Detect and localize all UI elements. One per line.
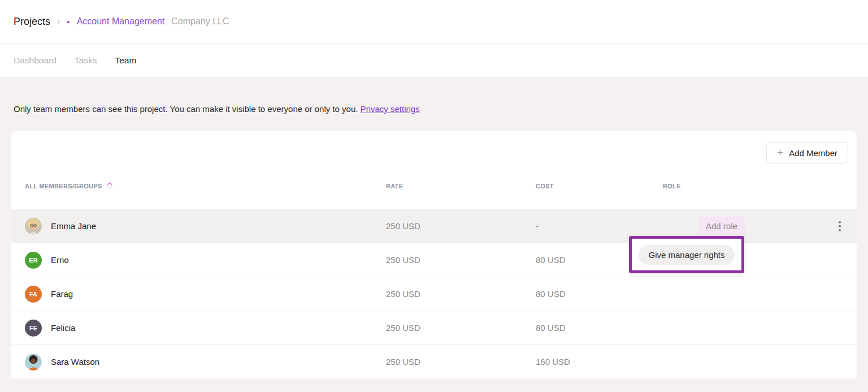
avatar: FA <box>25 286 42 303</box>
tab-tasks[interactable]: Tasks <box>75 55 97 66</box>
tab-team[interactable]: Team <box>115 55 136 66</box>
give-manager-rights-button[interactable]: Give manager rights <box>639 245 734 265</box>
breadcrumb: Projects › • Account Management Company … <box>14 16 229 28</box>
member-cost: 160 USD <box>536 357 663 367</box>
privacy-settings-link[interactable]: Privacy settings <box>361 104 420 114</box>
avatar: FE <box>25 320 42 337</box>
kebab-menu-icon[interactable] <box>836 219 843 234</box>
plus-icon: + <box>777 147 783 158</box>
avatar <box>25 218 42 235</box>
member-cost: - <box>536 221 663 231</box>
table-row[interactable]: FA Farag 250 USD 80 USD <box>11 277 857 311</box>
add-member-label: Add Member <box>789 148 837 158</box>
table-row[interactable]: Sara Watson 250 USD 160 USD <box>11 344 857 378</box>
member-name: Felicia <box>51 323 75 333</box>
column-header-members[interactable]: ALL MEMBERS/GROUPS <box>25 183 386 189</box>
avatar <box>25 354 42 371</box>
add-role-badge[interactable]: Add role <box>698 217 745 235</box>
member-rate: 250 USD <box>386 289 536 299</box>
breadcrumb-company-name: Company LLC <box>171 16 229 27</box>
chevron-right-icon: › <box>57 16 60 27</box>
sort-icon[interactable] <box>107 182 112 189</box>
member-name: Emma Jane <box>51 221 96 231</box>
member-rate: 250 USD <box>386 255 536 265</box>
privacy-notice: Only team members can see this project. … <box>0 77 868 114</box>
card-toolbar: + Add Member <box>11 131 857 163</box>
member-name: Erno <box>51 255 69 265</box>
team-members-card: + Add Member ALL MEMBERS/GROUPS RATE COS… <box>11 131 857 377</box>
member-rate: 250 USD <box>386 221 536 231</box>
column-header-cost: COST <box>536 183 663 189</box>
column-header-rate: RATE <box>386 183 536 189</box>
column-header-role: ROLE <box>663 183 823 189</box>
avatar-photo <box>25 354 42 371</box>
member-rate: 250 USD <box>386 357 536 367</box>
avatar-photo <box>25 218 42 235</box>
breadcrumb-projects[interactable]: Projects <box>14 16 50 28</box>
member-cost: 80 USD <box>536 323 663 333</box>
breadcrumb-project-name[interactable]: Account Management <box>77 16 165 27</box>
tab-dashboard[interactable]: Dashboard <box>14 55 57 66</box>
member-name: Farag <box>51 289 73 299</box>
table-header-row: ALL MEMBERS/GROUPS RATE COST ROLE <box>11 163 857 209</box>
avatar: ER <box>25 252 42 269</box>
project-color-dot-icon: • <box>67 18 70 26</box>
add-member-button[interactable]: + Add Member <box>766 142 848 163</box>
table-row[interactable]: FE Felicia 250 USD 80 USD <box>11 311 857 344</box>
privacy-notice-text: Only team members can see this project. … <box>14 104 358 114</box>
annotation-highlight-box: Give manager rights <box>629 236 744 273</box>
member-name: Sara Watson <box>51 357 99 367</box>
member-rate: 250 USD <box>386 323 536 333</box>
tab-bar: Dashboard Tasks Team <box>0 44 868 77</box>
member-cost: 80 USD <box>536 289 663 299</box>
app-header: Projects › • Account Management Company … <box>0 0 868 44</box>
